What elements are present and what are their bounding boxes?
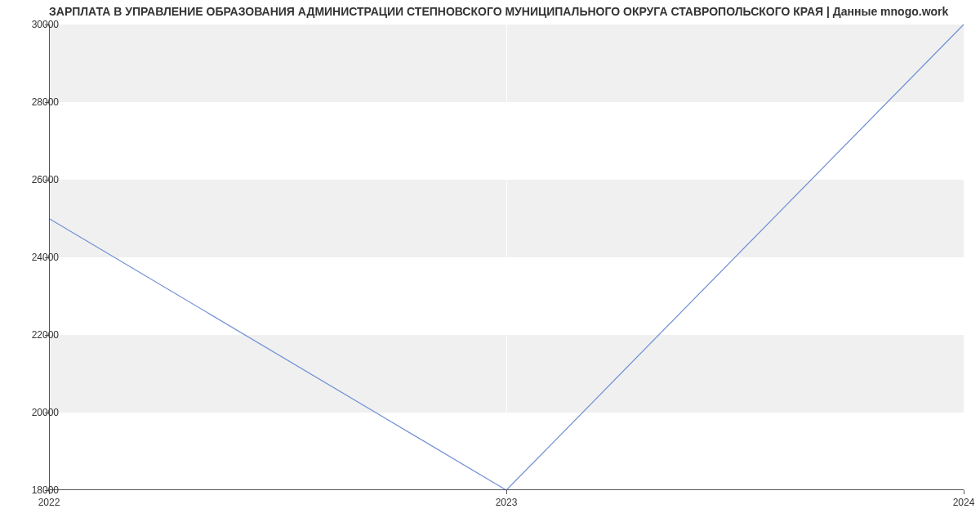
plot-area [49, 25, 964, 490]
y-tick-label: 22000 [18, 329, 59, 341]
x-tick-label: 2023 [496, 497, 518, 508]
y-tick-label: 26000 [18, 174, 59, 185]
x-tick-mark [506, 490, 507, 494]
y-tick-label: 20000 [18, 407, 59, 418]
y-tick-label: 18000 [18, 484, 59, 496]
x-tick-label: 2024 [953, 497, 975, 508]
x-tick-label: 2022 [38, 497, 60, 508]
y-tick-label: 30000 [18, 19, 59, 30]
y-tick-label: 24000 [18, 252, 59, 263]
chart-container: ЗАРПЛАТА В УПРАВЛЕНИЕ ОБРАЗОВАНИЯ АДМИНИ… [0, 0, 980, 531]
y-tick-label: 28000 [18, 96, 59, 108]
x-tick-mark [964, 490, 964, 494]
chart-title: ЗАРПЛАТА В УПРАВЛЕНИЕ ОБРАЗОВАНИЯ АДМИНИ… [49, 5, 964, 18]
line-series [49, 25, 964, 490]
